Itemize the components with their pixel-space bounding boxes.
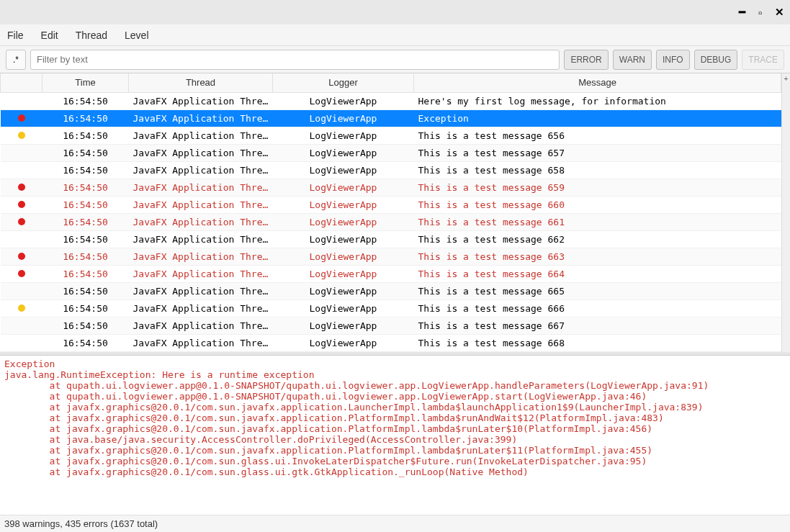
cell-time: 16:54:50: [42, 196, 129, 213]
cell-severity: [1, 334, 42, 351]
cell-severity: [1, 109, 42, 127]
cell-message: This is a test message 666: [414, 299, 781, 317]
menu-level[interactable]: Level: [125, 30, 148, 41]
cell-time: 16:54:50: [42, 92, 129, 109]
table-row[interactable]: 16:54:50JavaFX Application ThreadLogView…: [1, 109, 781, 127]
cell-severity: [1, 127, 42, 144]
app-window: ━ ▫ ✕ File Edit Thread Level .* ERROR WA…: [0, 0, 790, 532]
cell-thread: JavaFX Application Thread: [129, 282, 273, 299]
table-row[interactable]: 16:54:50JavaFX Application ThreadLogView…: [1, 282, 781, 299]
cell-severity: [1, 299, 42, 317]
cell-logger: LogViewerApp: [273, 144, 414, 161]
severity-warn-icon: [18, 305, 25, 312]
cell-logger: LogViewerApp: [273, 334, 414, 351]
cell-message: This is a test message 665: [414, 282, 781, 299]
cell-logger: LogViewerApp: [273, 265, 414, 282]
col-message[interactable]: Message: [414, 73, 781, 92]
cell-time: 16:54:50: [42, 282, 129, 299]
detail-pane[interactable]: Exception java.lang.RuntimeException: He…: [0, 355, 790, 515]
level-warn-button[interactable]: WARN: [613, 50, 652, 70]
table-row[interactable]: 16:54:50JavaFX Application ThreadLogView…: [1, 196, 781, 213]
cell-thread: JavaFX Application Thread: [129, 161, 273, 179]
cell-message: This is a test message 662: [414, 230, 781, 248]
cell-logger: LogViewerApp: [273, 196, 414, 213]
table-header-row: Time Thread Logger Message: [1, 73, 781, 92]
cell-time: 16:54:50: [42, 230, 129, 248]
cell-severity: [1, 161, 42, 179]
cell-thread: JavaFX Application Thread: [129, 213, 273, 230]
cell-severity: [1, 230, 42, 248]
table-row[interactable]: 16:54:50JavaFX Application ThreadLogView…: [1, 144, 781, 161]
cell-thread: JavaFX Application Thread: [129, 92, 273, 109]
status-text: 398 warnings, 435 errors (1637 total): [4, 518, 158, 529]
cell-thread: JavaFX Application Thread: [129, 109, 273, 127]
cell-message: Here's my first log message, for informa…: [414, 92, 781, 109]
table-row[interactable]: 16:54:50JavaFX Application ThreadLogView…: [1, 299, 781, 317]
cell-thread: JavaFX Application Thread: [129, 179, 273, 196]
cell-time: 16:54:50: [42, 265, 129, 282]
cell-logger: LogViewerApp: [273, 179, 414, 196]
close-icon[interactable]: ✕: [775, 6, 784, 19]
cell-logger: LogViewerApp: [273, 299, 414, 317]
table-row[interactable]: 16:54:50JavaFX Application ThreadLogView…: [1, 248, 781, 265]
menu-thread[interactable]: Thread: [76, 30, 107, 41]
cell-thread: JavaFX Application Thread: [129, 334, 273, 351]
regex-toggle-button[interactable]: .*: [6, 50, 26, 70]
log-table: Time Thread Logger Message 16:54:50JavaF…: [0, 73, 781, 352]
table-row[interactable]: 16:54:50JavaFX Application ThreadLogView…: [1, 317, 781, 334]
table-row[interactable]: 16:54:50JavaFX Application ThreadLogView…: [1, 179, 781, 196]
menu-file[interactable]: File: [7, 30, 24, 41]
cell-time: 16:54:50: [42, 161, 129, 179]
col-severity[interactable]: [1, 73, 42, 92]
cell-logger: LogViewerApp: [273, 282, 414, 299]
cell-severity: [1, 213, 42, 230]
cell-severity: [1, 144, 42, 161]
content: Time Thread Logger Message 16:54:50JavaF…: [0, 73, 790, 515]
menu-edit[interactable]: Edit: [41, 30, 58, 41]
cell-severity: [1, 265, 42, 282]
menubar: File Edit Thread Level: [0, 24, 790, 46]
table-row[interactable]: 16:54:50JavaFX Application ThreadLogView…: [1, 265, 781, 282]
col-time[interactable]: Time: [42, 73, 129, 92]
cell-thread: JavaFX Application Thread: [129, 265, 273, 282]
cell-severity: [1, 179, 42, 196]
cell-time: 16:54:50: [42, 317, 129, 334]
cell-message: This is a test message 658: [414, 161, 781, 179]
cell-time: 16:54:50: [42, 127, 129, 144]
col-thread[interactable]: Thread: [129, 73, 273, 92]
cell-message: This is a test message 663: [414, 248, 781, 265]
col-logger[interactable]: Logger: [273, 73, 414, 92]
severity-warn-icon: [18, 132, 25, 139]
severity-error-icon: [18, 184, 25, 191]
table-row[interactable]: 16:54:50JavaFX Application ThreadLogView…: [1, 213, 781, 230]
table-row[interactable]: 16:54:50JavaFX Application ThreadLogView…: [1, 230, 781, 248]
cell-time: 16:54:50: [42, 248, 129, 265]
cell-severity: [1, 196, 42, 213]
cell-logger: LogViewerApp: [273, 127, 414, 144]
cell-message: This is a test message 668: [414, 334, 781, 351]
level-info-button[interactable]: INFO: [656, 50, 690, 70]
cell-message: This is a test message 659: [414, 179, 781, 196]
level-error-button[interactable]: ERROR: [564, 50, 608, 70]
table-row[interactable]: 16:54:50JavaFX Application ThreadLogView…: [1, 334, 781, 351]
minimize-icon[interactable]: ━: [739, 6, 745, 19]
level-debug-button[interactable]: DEBUG: [694, 50, 738, 70]
maximize-icon[interactable]: ▫: [758, 6, 762, 19]
cell-severity: [1, 282, 42, 299]
cell-time: 16:54:50: [42, 179, 129, 196]
cell-time: 16:54:50: [42, 144, 129, 161]
toolbar: .* ERROR WARN INFO DEBUG TRACE: [0, 46, 790, 73]
log-table-scroll[interactable]: Time Thread Logger Message 16:54:50JavaF…: [0, 73, 781, 352]
table-row[interactable]: 16:54:50JavaFX Application ThreadLogView…: [1, 127, 781, 144]
table-row[interactable]: 16:54:50JavaFX Application ThreadLogView…: [1, 161, 781, 179]
cell-logger: LogViewerApp: [273, 213, 414, 230]
add-column-button[interactable]: +: [781, 73, 790, 352]
cell-time: 16:54:50: [42, 334, 129, 351]
filter-input[interactable]: [30, 50, 560, 70]
cell-logger: LogViewerApp: [273, 161, 414, 179]
severity-error-icon: [18, 114, 25, 122]
table-row[interactable]: 16:54:50JavaFX Application ThreadLogView…: [1, 92, 781, 109]
severity-error-icon: [18, 218, 25, 225]
cell-thread: JavaFX Application Thread: [129, 248, 273, 265]
level-trace-button[interactable]: TRACE: [742, 50, 784, 70]
